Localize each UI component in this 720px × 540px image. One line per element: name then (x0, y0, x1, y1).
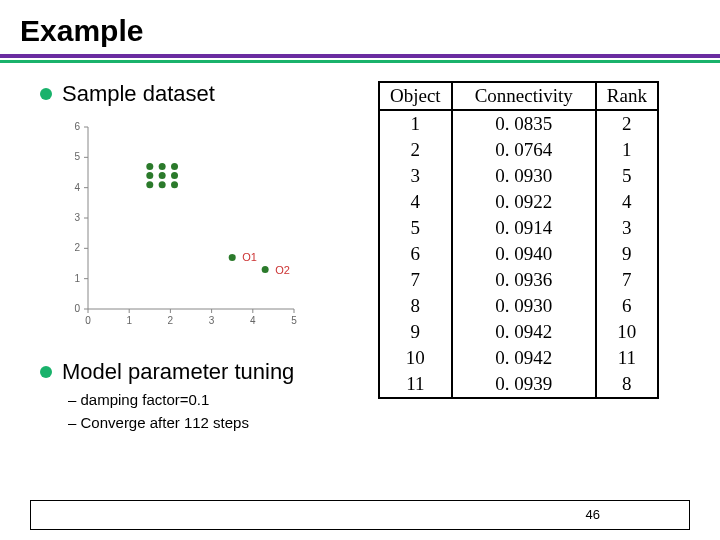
results-table: Object Connectivity Rank 10. 0835220. 07… (378, 81, 659, 399)
col-rank: Rank (596, 82, 658, 110)
svg-text:2: 2 (74, 242, 80, 253)
bullet-icon (40, 366, 52, 378)
svg-point-32 (159, 172, 166, 179)
svg-text:0: 0 (85, 315, 91, 326)
table-body: 10. 0835220. 0764130. 0930540. 0922450. … (379, 110, 658, 398)
svg-text:O1: O1 (242, 251, 257, 263)
svg-text:4: 4 (250, 315, 256, 326)
svg-text:1: 1 (74, 273, 80, 284)
svg-text:3: 3 (74, 212, 80, 223)
slide-title: Example (0, 0, 720, 54)
svg-text:0: 0 (74, 303, 80, 314)
svg-text:2: 2 (168, 315, 174, 326)
bullet-model-tuning: Model parameter tuning (40, 359, 370, 385)
svg-point-35 (159, 181, 166, 188)
col-connectivity: Connectivity (452, 82, 596, 110)
table-row: 10. 08352 (379, 110, 658, 137)
table-row: 100. 094211 (379, 345, 658, 371)
svg-point-36 (171, 181, 178, 188)
svg-text:O2: O2 (275, 264, 290, 276)
svg-point-34 (146, 181, 153, 188)
bullet-icon (40, 88, 52, 100)
col-object: Object (379, 82, 452, 110)
bullet-text: Sample dataset (62, 81, 215, 107)
svg-point-31 (146, 172, 153, 179)
table-row: 60. 09409 (379, 241, 658, 267)
sub-damping: damping factor=0.1 (68, 391, 370, 408)
table-row: 30. 09305 (379, 163, 658, 189)
bullet-sample-dataset: Sample dataset (40, 81, 370, 107)
table-row: 50. 09143 (379, 215, 658, 241)
svg-text:3: 3 (209, 315, 215, 326)
table-row: 20. 07641 (379, 137, 658, 163)
table-header-row: Object Connectivity Rank (379, 82, 658, 110)
page-number: 46 (586, 507, 600, 522)
table-row: 70. 09367 (379, 267, 658, 293)
svg-text:1: 1 (126, 315, 132, 326)
svg-text:5: 5 (74, 151, 80, 162)
svg-point-28 (146, 163, 153, 170)
svg-text:6: 6 (74, 121, 80, 132)
svg-point-33 (171, 172, 178, 179)
table-row: 90. 094210 (379, 319, 658, 345)
table-row: 110. 09398 (379, 371, 658, 398)
table-row: 40. 09224 (379, 189, 658, 215)
svg-point-37 (229, 254, 236, 261)
bullet-text: Model parameter tuning (62, 359, 294, 385)
table-row: 80. 09306 (379, 293, 658, 319)
sub-converge: Converge after 112 steps (68, 414, 370, 431)
scatter-chart: 0123450123456O1O2 (60, 121, 300, 331)
svg-point-39 (262, 266, 269, 273)
svg-text:5: 5 (291, 315, 297, 326)
svg-point-29 (159, 163, 166, 170)
divider-purple (0, 54, 720, 58)
svg-text:4: 4 (74, 182, 80, 193)
svg-point-30 (171, 163, 178, 170)
